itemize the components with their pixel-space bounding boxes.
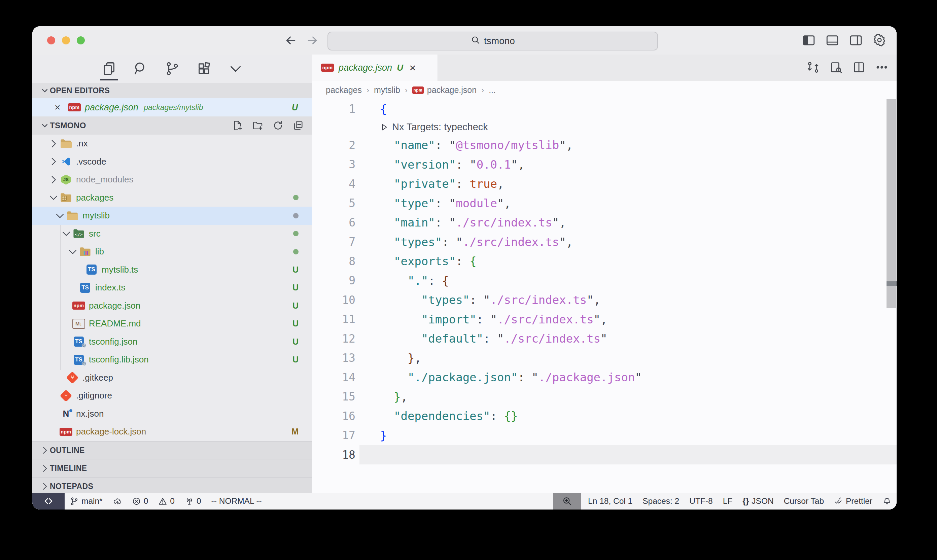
code-line-3[interactable]: 3 "version": "0.0.1", [312,155,897,174]
tree-item--gitignore[interactable]: ⑂.gitignore [32,387,312,405]
line-number: 9 [312,274,360,287]
tree-item-src[interactable]: </>src [32,225,312,243]
editor-actions [806,61,889,74]
typescript-file-icon: TS [80,283,90,293]
remote-indicator[interactable] [32,493,65,509]
new-folder-icon[interactable] [252,120,263,131]
code-line-8[interactable]: 8 "exports": { [312,252,897,271]
section-timeline[interactable]: TIMELINE [32,459,312,478]
code-line-16[interactable]: 16 "dependencies": {} [312,406,897,426]
line-number: 12 [312,332,360,345]
search-icon[interactable] [133,61,148,76]
code-line-7[interactable]: 7 "types": "./src/index.ts", [312,232,897,252]
chevron-right-icon [40,463,50,474]
more-actions-icon[interactable] [875,61,889,74]
close-window-button[interactable] [47,36,55,45]
toggle-panel-icon[interactable] [825,33,839,47]
explorer-icon[interactable] [101,61,117,76]
status-item-lf[interactable]: LF [718,493,738,509]
status-item-prettier[interactable]: Prettier [829,493,877,509]
status-item-0[interactable]: 0 [180,493,206,509]
breadcrumbs: packages›mytslib›npmpackage.json›... [312,81,897,99]
code-line-5[interactable]: 5 "type": "module", [312,194,897,213]
code-line-14[interactable]: 14 "./package.json": "./package.json" [312,368,897,387]
tree-item-mytslib[interactable]: mytslib [32,207,312,225]
settings-gear-icon[interactable] [872,33,886,47]
status-item-0[interactable]: 0 [153,493,180,509]
open-preview-icon[interactable] [829,61,843,74]
code-line-18[interactable]: 18 [312,445,897,465]
extensions-icon[interactable] [196,61,212,76]
status-item-bell-icon[interactable] [877,493,897,509]
code-editor[interactable]: 1{Nx Targets: typecheck2 "name": "@tsmon… [312,99,897,465]
tree-item--gitkeep[interactable]: ⑂.gitkeep [32,369,312,387]
screencast-zoom-badge[interactable] [553,493,581,509]
breadcrumb-packages[interactable]: packages [326,85,362,95]
tab-package-json[interactable]: npm package.json U × [312,54,438,81]
status-item-ln-18-col-1[interactable]: Ln 18, Col 1 [583,493,637,509]
maximize-window-button[interactable] [77,36,85,45]
source-control-icon[interactable] [165,61,180,76]
status-item-cloud-upload-icon[interactable] [108,493,127,509]
tree-item-index-ts[interactable]: TSindex.tsU [32,278,312,297]
braces-icon: {} [742,496,749,506]
tree-item-tsconfig-lib-json[interactable]: TS⚙tsconfig.lib.jsonU [32,351,312,369]
code-line-12[interactable]: 12 "default": "./src/index.ts" [312,329,897,349]
code-line-6[interactable]: 6 "main": "./src/index.ts", [312,213,897,232]
new-file-icon[interactable] [232,120,243,131]
tab-close-icon[interactable]: × [409,62,416,73]
status-item--normal-[interactable]: -- NORMAL -- [206,493,267,509]
code-line-9[interactable]: 9 ".": { [312,271,897,291]
breadcrumb-mytslib[interactable]: mytslib [374,85,400,95]
breadcrumb-package-json[interactable]: npmpackage.json [412,85,477,95]
chevron-down-icon[interactable] [228,61,243,76]
status-item-json[interactable]: {}JSON [737,493,779,509]
tree-item-package-json[interactable]: npmpackage.jsonU [32,297,312,315]
navigate-forward-icon[interactable] [306,34,319,47]
tsconfig-file-icon: TS⚙ [74,337,84,347]
open-editor-item[interactable]: × npm package.json packages/mytslib U [32,98,312,117]
code-line-4[interactable]: 4 "private": true, [312,174,897,194]
tree-item--nx[interactable]: .nx [32,135,312,153]
tree-item-nx-json[interactable]: Nnx.json [32,405,312,423]
breadcrumb--[interactable]: ... [489,85,496,95]
toggle-primary-sidebar-icon[interactable] [802,33,816,47]
code-line-2[interactable]: 2 "name": "@tsmono/mytslib", [312,135,897,155]
tree-item-lib[interactable]: lib [32,243,312,261]
line-number: 11 [312,313,360,326]
tree-item-tsconfig-json[interactable]: TS⚙tsconfig.jsonU [32,333,312,351]
status-item-cursor-tab[interactable]: Cursor Tab [779,493,829,509]
code-line-1[interactable]: 1{ [312,99,897,119]
tree-item-node-modules[interactable]: JSnode_modules [32,171,312,189]
split-editor-icon[interactable] [852,61,866,74]
folder-icon [60,138,72,149]
section-outline[interactable]: OUTLINE [32,441,312,460]
tree-item-readme-md[interactable]: M↓README.mdU [32,315,312,333]
toggle-secondary-sidebar-icon[interactable] [849,33,863,47]
code-line-10[interactable]: 10 "types": "./src/index.ts", [312,291,897,310]
command-center-search[interactable]: tsmono [328,32,658,51]
tree-item-package-lock-json[interactable]: npmpackage-lock.jsonM [32,423,312,441]
status-item-utf-8[interactable]: UTF-8 [684,493,717,509]
status-item-spaces-2[interactable]: Spaces: 2 [637,493,684,509]
line-number: 6 [312,216,360,229]
tree-item-packages[interactable]: packages [32,189,312,207]
collapse-all-icon[interactable] [292,120,304,131]
workspace-header[interactable]: TSMONO [32,117,312,135]
code-line-17[interactable]: 17} [312,426,897,445]
navigate-back-icon[interactable] [284,34,297,47]
code-line-11[interactable]: 11 "import": "./src/index.ts", [312,309,897,329]
compare-changes-icon[interactable] [806,61,820,74]
open-editors-header[interactable]: OPEN EDITORS [32,83,312,98]
tree-item-mytslib-ts[interactable]: TSmytslib.tsU [32,261,312,279]
status-item-0[interactable]: 0 [127,493,154,509]
code-line-13[interactable]: 13 }, [312,348,897,368]
codelens-nx-targets[interactable]: Nx Targets: typecheck [312,119,897,135]
editor-scrollbar[interactable] [886,99,896,308]
tree-item--vscode[interactable]: .vscode [32,153,312,171]
close-icon[interactable]: × [54,102,65,112]
refresh-icon[interactable] [272,120,284,131]
code-line-15[interactable]: 15 }, [312,387,897,406]
minimize-window-button[interactable] [62,36,70,45]
status-item-main-[interactable]: main* [65,493,108,509]
